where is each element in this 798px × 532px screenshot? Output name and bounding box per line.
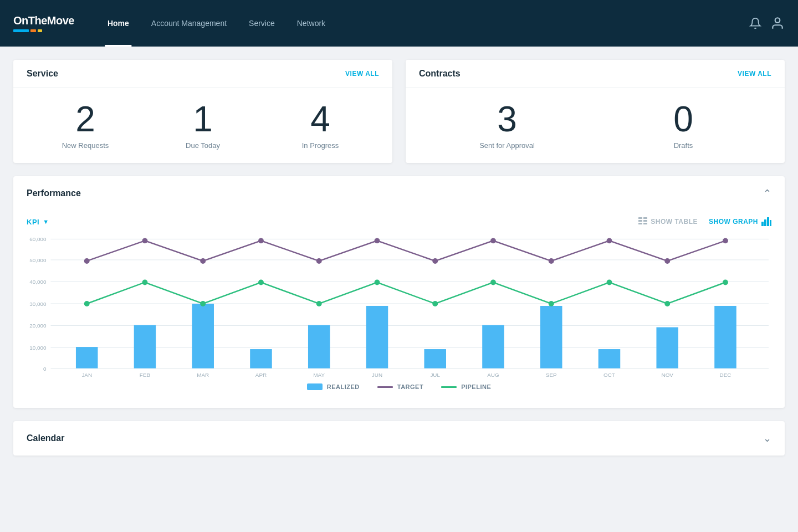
legend-realized-label: REALIZED <box>327 383 360 390</box>
kpi-label: KPI <box>27 218 39 226</box>
pipeline-dot-apr <box>258 280 264 285</box>
navbar: OnTheMove Home Account Management Servic… <box>0 0 798 47</box>
service-card-header: Service VIEW ALL <box>13 60 392 88</box>
logo[interactable]: OnTheMove <box>13 14 74 32</box>
new-requests-label: New Requests <box>27 141 144 150</box>
bar-jun <box>366 306 388 369</box>
pipeline-dot-jun <box>375 280 380 285</box>
month-label-aug: AUG <box>487 372 499 377</box>
chart-container: 60,000 50,000 40,000 30,000 20,000 10,00… <box>13 233 785 408</box>
service-card: Service VIEW ALL 2 New Requests 1 Due To… <box>13 60 392 163</box>
svg-rect-6 <box>643 223 647 224</box>
pipeline-dot-aug <box>490 280 496 285</box>
logo-bars <box>13 29 74 32</box>
legend-pipeline-swatch <box>441 386 457 388</box>
bar-mar <box>192 304 214 369</box>
svg-rect-4 <box>643 220 647 222</box>
nav-link-account-management[interactable]: Account Management <box>140 0 238 47</box>
bar-oct <box>598 349 621 369</box>
show-table-button[interactable]: SHOW TABLE <box>638 217 698 226</box>
legend-target-swatch <box>377 386 393 388</box>
service-stat-due-today[interactable]: 1 Due Today <box>144 101 262 150</box>
pipeline-line <box>87 282 725 304</box>
target-dot-dec <box>723 238 728 243</box>
show-graph-label: SHOW GRAPH <box>709 218 758 226</box>
calendar-header[interactable]: Calendar ⌄ <box>13 421 785 456</box>
drafts-number: 0 <box>595 101 771 137</box>
svg-rect-3 <box>638 220 642 222</box>
contracts-stat-drafts[interactable]: 0 Drafts <box>595 101 771 150</box>
svg-rect-9 <box>767 217 769 226</box>
svg-rect-5 <box>638 223 642 224</box>
svg-text:0: 0 <box>43 366 47 372</box>
nav-links: Home Account Management Service Network <box>96 0 749 47</box>
service-view-all-button[interactable]: VIEW ALL <box>345 70 379 78</box>
contracts-card-header: Contracts VIEW ALL <box>406 60 785 88</box>
due-today-label: Due Today <box>144 141 262 150</box>
svg-text:50,000: 50,000 <box>29 257 47 263</box>
show-table-label: SHOW TABLE <box>651 218 698 226</box>
chart-controls: KPI ▼ SHOW TABLE SHOW GRAPH <box>13 211 785 233</box>
service-stats: 2 New Requests 1 Due Today 4 In Progress <box>13 88 392 163</box>
legend-pipeline: PIPELINE <box>441 383 491 390</box>
sent-approval-label: Sent for Approval <box>419 141 595 150</box>
target-dot-aug <box>490 238 496 243</box>
pipeline-dot-may <box>316 301 322 306</box>
nav-icons <box>749 16 785 30</box>
target-line <box>87 241 725 261</box>
logo-text: OnTheMove <box>13 14 74 27</box>
kpi-dropdown[interactable]: KPI ▼ <box>27 218 49 226</box>
month-label-dec: DEC <box>720 372 732 377</box>
bar-may <box>308 325 330 369</box>
pipeline-dot-dec <box>723 280 728 285</box>
in-progress-number: 4 <box>262 101 379 137</box>
contracts-card-title: Contracts <box>419 69 461 79</box>
svg-text:40,000: 40,000 <box>29 279 47 285</box>
svg-text:20,000: 20,000 <box>29 323 47 329</box>
month-label-feb: FEB <box>140 372 151 377</box>
show-graph-button[interactable]: SHOW GRAPH <box>709 217 771 226</box>
target-dot-nov <box>664 258 670 264</box>
nav-link-service[interactable]: Service <box>238 0 286 47</box>
svg-rect-8 <box>764 219 766 226</box>
service-stat-new-requests[interactable]: 2 New Requests <box>27 101 144 150</box>
month-label-may: MAY <box>313 372 325 377</box>
contracts-card: Contracts VIEW ALL 3 Sent for Approval 0… <box>406 60 785 163</box>
month-label-apr: APR <box>255 372 267 377</box>
month-label-jun: JUN <box>372 372 382 377</box>
performance-header[interactable]: Performance ⌃ <box>13 176 785 211</box>
target-dot-apr <box>258 238 264 243</box>
service-stat-in-progress[interactable]: 4 In Progress <box>262 101 379 150</box>
target-dot-jul <box>432 258 438 264</box>
pipeline-dot-nov <box>664 301 670 306</box>
bar-sep <box>540 306 562 369</box>
legend-realized-swatch <box>307 383 323 390</box>
target-dot-may <box>316 258 322 264</box>
svg-rect-7 <box>761 222 764 226</box>
svg-text:30,000: 30,000 <box>29 301 47 307</box>
contracts-stat-sent-approval[interactable]: 3 Sent for Approval <box>419 101 595 150</box>
month-label-sep: SEP <box>546 372 557 377</box>
pipeline-dot-mar <box>200 301 206 306</box>
contracts-view-all-button[interactable]: VIEW ALL <box>738 70 771 78</box>
chart-legend: REALIZED TARGET PIPELINE <box>27 379 771 399</box>
notification-button[interactable] <box>749 17 761 29</box>
bar-apr <box>250 349 272 369</box>
target-dot-oct <box>607 238 612 243</box>
bar-jul <box>424 349 446 369</box>
target-dot-mar <box>200 258 206 264</box>
performance-chart: 60,000 50,000 40,000 30,000 20,000 10,00… <box>27 233 771 377</box>
bar-dec <box>714 306 736 369</box>
nav-link-home[interactable]: Home <box>96 0 140 47</box>
top-cards-row: Service VIEW ALL 2 New Requests 1 Due To… <box>13 60 785 163</box>
user-menu-button[interactable] <box>770 16 785 30</box>
sent-approval-number: 3 <box>419 101 595 137</box>
bar-aug <box>482 325 504 369</box>
in-progress-label: In Progress <box>262 141 379 150</box>
drafts-label: Drafts <box>595 141 771 150</box>
nav-link-network[interactable]: Network <box>286 0 336 47</box>
pipeline-dot-oct <box>607 280 612 285</box>
svg-text:60,000: 60,000 <box>29 236 47 242</box>
calendar-chevron-icon: ⌄ <box>763 432 771 444</box>
due-today-number: 1 <box>144 101 262 137</box>
